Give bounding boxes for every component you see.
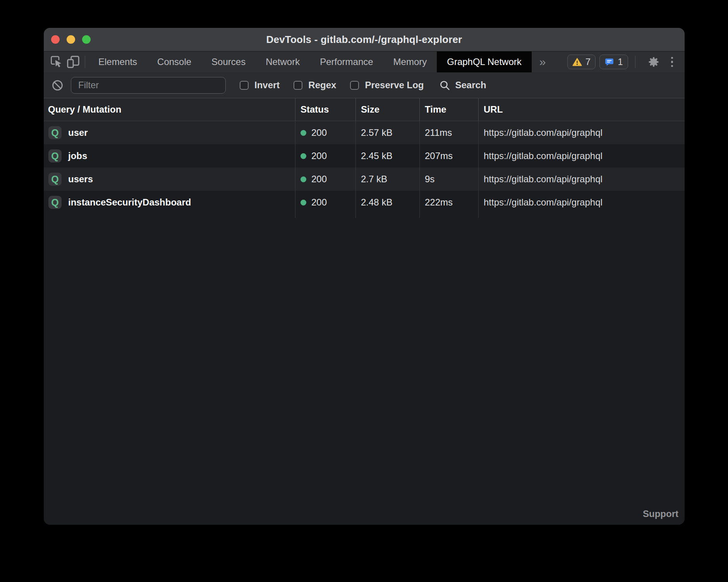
search-label: Search [455,80,486,91]
window-title: DevTools - gitlab.com/-/graphql-explorer [266,34,462,46]
invert-checkbox[interactable]: Invert [240,80,280,91]
size-cell: 2.57 kB [355,121,419,144]
checkbox-label: Preserve Log [365,80,424,91]
status-code: 200 [311,174,327,185]
status-ok-dot [300,200,306,205]
tab-memory[interactable]: Memory [383,51,437,72]
time-cell: 222ms [419,191,478,214]
status-ok-dot [300,153,306,159]
filter-toolbar: Invert Regex Preserve Log Search [44,72,685,98]
minimize-button[interactable] [67,35,75,44]
checkbox-box [294,81,302,90]
warning-count: 7 [585,56,591,67]
preserve-log-checkbox[interactable]: Preserve Log [350,80,424,91]
toolbar-divider [85,56,85,68]
more-tabs-button[interactable]: » [532,51,554,72]
query-badge: Q [48,173,62,186]
checkbox-box [350,81,359,90]
size-cell: 2.48 kB [355,191,419,214]
block-icon [52,79,64,91]
inspect-element-button[interactable] [48,51,65,72]
warning-icon [572,57,582,67]
query-name: instanceSecurityDashboard [68,197,191,208]
table-row[interactable]: Qusers 200 2.7 kB 9s https://gitlab.com/… [44,168,685,191]
clear-requests-button[interactable] [48,79,66,91]
status-code: 200 [311,127,327,138]
titlebar: DevTools - gitlab.com/-/graphql-explorer [44,28,685,51]
tabbar-right-controls: 7 1 [567,51,685,72]
column-divider-stub [44,214,685,218]
table-row[interactable]: QinstanceSecurityDashboard 200 2.48 kB 2… [44,191,685,214]
message-count: 1 [618,56,623,67]
time-cell: 207ms [419,144,478,168]
tab-performance[interactable]: Performance [310,51,383,72]
more-options-button[interactable] [669,57,676,67]
query-badge: Q [48,196,62,209]
warnings-badge[interactable]: 7 [567,55,596,69]
toggle-device-toolbar-button[interactable] [65,51,82,72]
tab-console[interactable]: Console [147,51,201,72]
window-controls [51,35,91,44]
column-header-url[interactable]: URL [478,98,685,121]
tab-graphql-network[interactable]: GraphQL Network [437,51,532,72]
checkbox-label: Regex [308,80,336,91]
size-cell: 2.7 kB [355,168,419,191]
devtools-tabbar: Elements Console Sources Network Perform… [44,51,685,72]
controls-divider [635,56,635,68]
message-icon [604,57,614,67]
table-row[interactable]: Quser 200 2.57 kB 211ms https://gitlab.c… [44,121,685,144]
url-cell: https://gitlab.com/api/graphql [478,191,685,214]
query-name: users [68,174,93,185]
close-button[interactable] [51,35,60,44]
regex-checkbox[interactable]: Regex [294,80,336,91]
kebab-dot [671,57,673,59]
gear-icon [648,56,659,68]
filter-input[interactable] [71,77,226,94]
url-cell: https://gitlab.com/api/graphql [478,121,685,144]
zoom-button[interactable] [82,35,91,44]
tab-network[interactable]: Network [256,51,310,72]
tab-sources[interactable]: Sources [201,51,256,72]
search-icon [439,80,450,91]
query-name: jobs [68,151,87,161]
query-name: user [68,127,88,138]
devtools-window: DevTools - gitlab.com/-/graphql-explorer… [44,28,685,525]
support-link[interactable]: Support [643,508,678,519]
column-header-query-mutation[interactable]: Query / Mutation [44,98,295,121]
column-header-time[interactable]: Time [419,98,478,121]
status-code: 200 [311,151,327,161]
tab-elements[interactable]: Elements [88,51,147,72]
status-ok-dot [300,130,306,136]
results-empty-area: Support [44,218,685,525]
kebab-dot [671,65,673,67]
url-cell: https://gitlab.com/api/graphql [478,168,685,191]
column-header-status[interactable]: Status [295,98,355,121]
search-button[interactable]: Search [439,80,486,91]
kebab-dot [671,61,673,63]
checkbox-label: Invert [254,80,280,91]
table-header: Query / Mutation Status Size Time URL [44,98,685,121]
settings-button[interactable] [645,56,663,68]
size-cell: 2.45 kB [355,144,419,168]
status-code: 200 [311,197,327,208]
table-row[interactable]: Qjobs 200 2.45 kB 207ms https://gitlab.c… [44,144,685,168]
url-cell: https://gitlab.com/api/graphql [478,144,685,168]
checkbox-box [240,81,249,90]
inspect-cursor-icon [49,55,63,69]
time-cell: 9s [419,168,478,191]
column-header-size[interactable]: Size [355,98,419,121]
query-badge: Q [48,149,62,163]
query-badge: Q [48,126,62,139]
device-toolbar-icon [66,55,80,69]
messages-badge[interactable]: 1 [599,55,628,69]
time-cell: 211ms [419,121,478,144]
status-ok-dot [300,176,306,182]
